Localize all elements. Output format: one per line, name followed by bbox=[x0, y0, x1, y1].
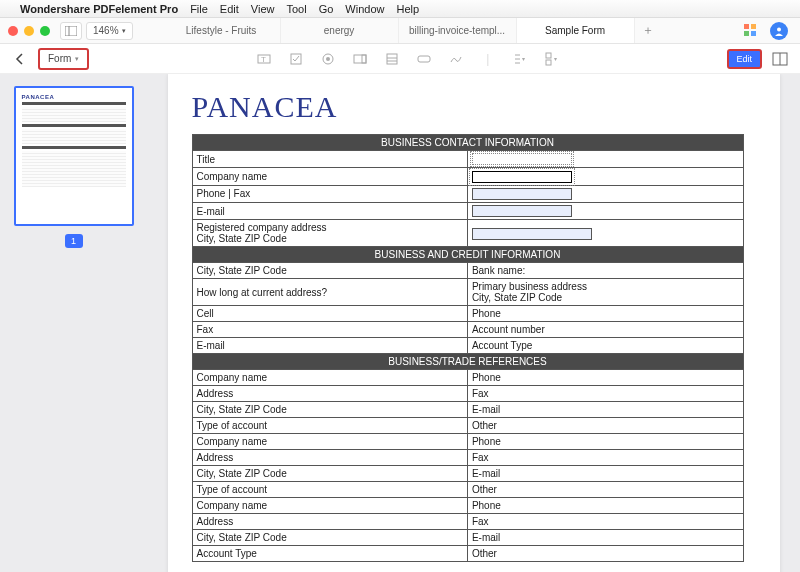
page-display-button[interactable] bbox=[770, 49, 790, 69]
form-field-email[interactable] bbox=[467, 203, 743, 220]
page-thumbnail[interactable]: PANACEA bbox=[14, 86, 134, 226]
cell-label[interactable]: City, State ZIP Code bbox=[192, 402, 467, 418]
form-field-company[interactable] bbox=[467, 168, 743, 185]
table-row: Account TypeOther bbox=[192, 546, 743, 562]
tab-billing[interactable]: billing-invoice-templ... bbox=[399, 18, 517, 43]
radio-tool-icon[interactable] bbox=[321, 52, 335, 66]
zoom-value: 146% bbox=[93, 25, 119, 36]
cell-label[interactable]: Fax bbox=[467, 386, 743, 402]
form-mode-button[interactable]: Form ▾ bbox=[38, 48, 89, 70]
textfield-tool-icon[interactable]: T bbox=[257, 52, 271, 66]
thumbnail-sidebar: PANACEA 1 bbox=[0, 74, 147, 572]
cell-label[interactable]: Address bbox=[192, 450, 467, 466]
edit-button[interactable]: Edit bbox=[727, 49, 763, 69]
pdf-page: PANACEA BUSINESS CONTACT INFORMATION Tit… bbox=[168, 74, 780, 572]
workspace: PANACEA 1 PANACEA BUSINESS CONTACT INFOR… bbox=[0, 74, 800, 572]
cell-label[interactable]: Other bbox=[467, 546, 743, 562]
more-tools-icon[interactable]: ▾ bbox=[545, 52, 559, 66]
cell-label[interactable]: Phone bbox=[467, 434, 743, 450]
cell-label[interactable]: E-mail bbox=[192, 338, 467, 354]
chevron-down-icon: ▾ bbox=[122, 27, 126, 35]
table-row: Company name bbox=[192, 168, 743, 185]
menu-go[interactable]: Go bbox=[319, 3, 334, 15]
svg-rect-14 bbox=[387, 54, 397, 64]
cell-label[interactable]: Fax bbox=[192, 322, 467, 338]
cell-label[interactable]: Fax bbox=[467, 514, 743, 530]
table-row: Registered company address City, State Z… bbox=[192, 220, 743, 247]
cell-label[interactable]: Phone bbox=[467, 370, 743, 386]
cell-label[interactable]: Other bbox=[467, 482, 743, 498]
cell-label[interactable]: E-mail bbox=[467, 402, 743, 418]
cell-label[interactable]: Type of account bbox=[192, 482, 467, 498]
svg-rect-21 bbox=[546, 53, 551, 58]
button-tool-icon[interactable] bbox=[417, 52, 431, 66]
close-window-icon[interactable] bbox=[8, 26, 18, 36]
cell-label[interactable]: How long at current address? bbox=[192, 279, 467, 306]
cell-label[interactable]: Company name bbox=[192, 434, 467, 450]
tab-lifestyle[interactable]: Lifestyle - Fruits bbox=[163, 18, 281, 43]
fullscreen-window-icon[interactable] bbox=[40, 26, 50, 36]
cell-label[interactable]: E-mail bbox=[467, 466, 743, 482]
cell-label[interactable]: Company name bbox=[192, 370, 467, 386]
table-row: Company namePhone bbox=[192, 434, 743, 450]
cell-label[interactable]: Primary business address City, State ZIP… bbox=[467, 279, 743, 306]
signature-tool-icon[interactable] bbox=[449, 52, 463, 66]
menu-edit[interactable]: Edit bbox=[220, 3, 239, 15]
table-row: City, State ZIP CodeE-mail bbox=[192, 530, 743, 546]
titlebar: 146% ▾ Lifestyle - Fruits energy billing… bbox=[0, 18, 800, 44]
section-header: BUSINESS AND CREDIT INFORMATION bbox=[192, 247, 743, 263]
sidebar-toggle-button[interactable] bbox=[60, 22, 82, 40]
cell-label[interactable]: Other bbox=[467, 418, 743, 434]
cell-label[interactable]: Phone bbox=[467, 498, 743, 514]
checkbox-tool-icon[interactable] bbox=[289, 52, 303, 66]
cell-label[interactable]: Account number bbox=[467, 322, 743, 338]
table-row: Phone | Fax bbox=[192, 185, 743, 202]
menu-tool[interactable]: Tool bbox=[286, 3, 306, 15]
table-row: E-mailAccount Type bbox=[192, 338, 743, 354]
back-button[interactable] bbox=[10, 48, 30, 70]
tab-sample-form[interactable]: Sample Form bbox=[517, 18, 635, 43]
table-row: FaxAccount number bbox=[192, 322, 743, 338]
cell-label[interactable]: Type of account bbox=[192, 418, 467, 434]
minimize-window-icon[interactable] bbox=[24, 26, 34, 36]
cell-label[interactable]: Account Type bbox=[467, 338, 743, 354]
new-tab-button[interactable]: ＋ bbox=[635, 18, 661, 43]
combobox-tool-icon[interactable] bbox=[353, 52, 367, 66]
svg-rect-2 bbox=[744, 24, 749, 29]
form-field-phone[interactable] bbox=[467, 185, 743, 202]
align-tool-icon[interactable]: ▾ bbox=[513, 52, 527, 66]
form-field-address[interactable] bbox=[467, 220, 743, 247]
table-row: Title bbox=[192, 151, 743, 168]
cell-label[interactable]: Company name bbox=[192, 498, 467, 514]
cell-label[interactable]: Bank name: bbox=[467, 263, 743, 279]
cell-label[interactable]: Address bbox=[192, 386, 467, 402]
cell-label[interactable]: City, State ZIP Code bbox=[192, 530, 467, 546]
table-row: AddressFax bbox=[192, 450, 743, 466]
cell-label[interactable]: Cell bbox=[192, 306, 467, 322]
cell-label[interactable]: Account Type bbox=[192, 546, 467, 562]
svg-rect-5 bbox=[751, 31, 756, 36]
svg-rect-13 bbox=[362, 55, 366, 63]
menu-window[interactable]: Window bbox=[345, 3, 384, 15]
svg-rect-3 bbox=[751, 24, 756, 29]
form-field-title[interactable] bbox=[467, 151, 743, 168]
apps-grid-icon[interactable] bbox=[744, 24, 758, 38]
cell-label[interactable]: Address bbox=[192, 514, 467, 530]
tab-energy[interactable]: energy bbox=[281, 18, 399, 43]
cell-label[interactable]: Fax bbox=[467, 450, 743, 466]
menu-view[interactable]: View bbox=[251, 3, 275, 15]
zoom-select[interactable]: 146% ▾ bbox=[86, 22, 133, 40]
listbox-tool-icon[interactable] bbox=[385, 52, 399, 66]
menu-file[interactable]: File bbox=[190, 3, 208, 15]
menu-help[interactable]: Help bbox=[396, 3, 419, 15]
document-canvas[interactable]: PANACEA BUSINESS CONTACT INFORMATION Tit… bbox=[147, 74, 800, 572]
edit-label: Edit bbox=[737, 54, 753, 64]
cell-label[interactable]: City, State ZIP Code bbox=[192, 466, 467, 482]
user-avatar-icon[interactable] bbox=[770, 22, 788, 40]
form-mode-label: Form bbox=[48, 53, 71, 64]
cell-label[interactable]: City, State ZIP Code bbox=[192, 263, 467, 279]
cell-label[interactable]: E-mail bbox=[467, 530, 743, 546]
table-row: E-mail bbox=[192, 203, 743, 220]
cell-label[interactable]: Phone bbox=[467, 306, 743, 322]
svg-rect-17 bbox=[418, 56, 430, 62]
